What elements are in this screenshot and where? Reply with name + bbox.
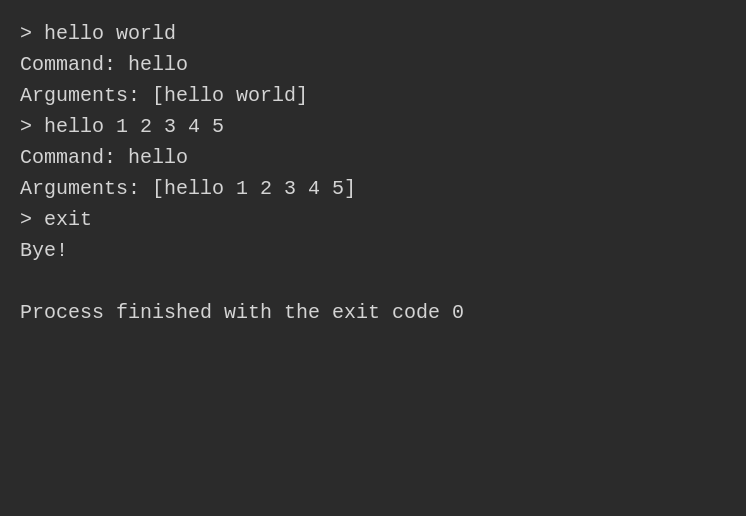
terminal-line: > hello 1 2 3 4 5 — [20, 111, 726, 142]
terminal-output: > hello world Command: hello Arguments: … — [20, 18, 726, 328]
terminal-line-process: Process finished with the exit code 0 — [20, 297, 726, 328]
terminal-line: Bye! — [20, 235, 726, 266]
terminal-line: Command: hello — [20, 142, 726, 173]
terminal-line: Arguments: [hello world] — [20, 80, 726, 111]
blank-line — [20, 266, 726, 297]
terminal-line: > exit — [20, 204, 726, 235]
terminal-line: > hello world — [20, 18, 726, 49]
terminal-line: Command: hello — [20, 49, 726, 80]
terminal-line: Arguments: [hello 1 2 3 4 5] — [20, 173, 726, 204]
